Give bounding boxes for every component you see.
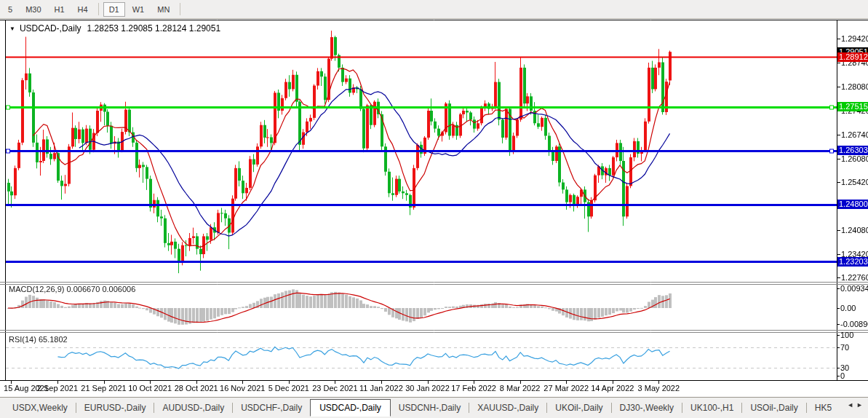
chart-ohlc-values: 1.28253 1.29085 1.28124 1.29051 (87, 23, 221, 33)
timeframe-button-w1[interactable]: W1 (127, 2, 151, 17)
chart-tab-usoil[interactable]: USOil-,Daily (742, 401, 805, 415)
timeframe-button-d1[interactable]: D1 (103, 2, 125, 17)
date-axis[interactable] (0, 380, 837, 396)
chart-tab-hk5[interactable]: HK5 (807, 401, 840, 415)
toolbar-separator (180, 3, 180, 15)
macd-indicator-label: MACD(12,26,9) 0.006670 0.006006 (9, 285, 135, 293)
terminal-window: 5M30H1H4D1W1MN ▼USDCAD-,Daily1.28253 1.2… (0, 0, 868, 418)
chart-tab-audusd[interactable]: AUDUSD-,Daily (154, 401, 232, 415)
chart-tab-ukoil[interactable]: UKOil-,Daily (547, 401, 610, 415)
hline-price-badge: 1.23203 (837, 257, 868, 267)
timeframe-button-mn[interactable]: MN (151, 2, 175, 17)
chart-tab-dj30[interactable]: DJ30-,Weekly (612, 401, 682, 415)
hline-price-badge: 1.24800 (837, 200, 868, 209)
tab-scroll-left-icon[interactable]: ◄ (847, 401, 856, 409)
rsi-indicator-label: RSI(14) 65.1802 (9, 335, 68, 344)
chart-dropdown-icon[interactable]: ▼ (9, 25, 15, 32)
toolbar-separator (98, 3, 99, 15)
chart-tab-eurusd[interactable]: EURUSD-,Daily (76, 401, 154, 415)
tab-scroll-right-icon[interactable]: ► (856, 401, 866, 409)
chart-tab-usdcad[interactable]: USDCAD-,Daily (310, 399, 391, 417)
chart-tab-xauusd[interactable]: XAUUSD-,Daily (469, 401, 546, 415)
chart-tab-usdchf[interactable]: USDCHF-,Daily (233, 401, 310, 415)
timeframe-button-m30[interactable]: M30 (20, 2, 47, 17)
chart-tab-usdx[interactable]: USDX,Weekly (4, 401, 76, 415)
hline-price-badge: 1.27515 (837, 102, 868, 111)
chart-tab-uk100[interactable]: UK100-,H1 (682, 401, 741, 415)
chart-tab-usdcnh[interactable]: USDCNH-,Daily (391, 401, 469, 415)
tab-scroll-arrows: ◄► (847, 401, 866, 409)
timeframe-toolbar: 5M30H1H4D1W1MN (0, 0, 868, 19)
chart-tab-bar: USDX,WeeklyEURUSD-,DailyAUDUSD-,DailyUSD… (0, 397, 868, 418)
hline-price-badge: 1.28912 (837, 52, 868, 62)
chart-title-row: ▼USDCAD-,Daily1.28253 1.29085 1.28124 1.… (9, 23, 220, 33)
hline-price-badge: 1.26303 (837, 146, 868, 155)
chart-symbol-title: USDCAD-,Daily (20, 23, 81, 33)
chart-canvas[interactable] (0, 0, 868, 418)
timeframe-button-h1[interactable]: H1 (49, 2, 71, 17)
timeframe-button-h4[interactable]: H4 (72, 2, 94, 17)
timeframe-button-5[interactable]: 5 (2, 2, 18, 17)
